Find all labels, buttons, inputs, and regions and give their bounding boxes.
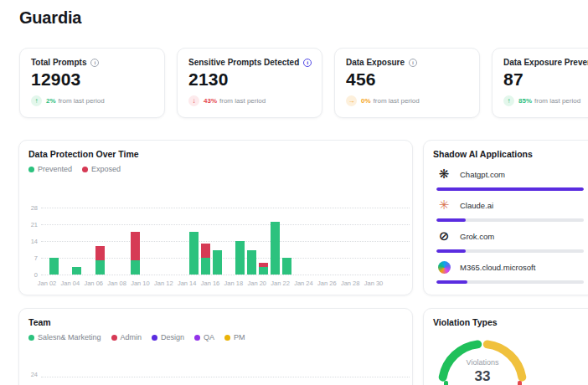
- gauge-label: Violations: [424, 358, 541, 367]
- violation-types-card: Violation Types Violations 33: [423, 308, 588, 385]
- change-caption: from last period: [534, 97, 580, 105]
- bar-segment-prevented: [247, 250, 256, 275]
- gridline: [41, 241, 410, 242]
- y-axis-tick: 28: [21, 204, 38, 212]
- bar-segment-prevented: [131, 260, 140, 275]
- trend-flat-icon: →: [346, 95, 357, 106]
- list-item-m365[interactable]: M365.cloud.microsoft: [436, 259, 584, 284]
- legend-item[interactable]: PM: [224, 333, 245, 341]
- legend-item[interactable]: Prevented: [28, 165, 72, 173]
- stat-card-value: 12903: [31, 69, 153, 90]
- gridline: [41, 275, 410, 275]
- app-label: M365.cloud.microsoft: [460, 263, 535, 272]
- stat-card-change: ↓ 43% from last period: [188, 95, 311, 106]
- legend-dot: [82, 167, 88, 172]
- claude-icon: ✳: [436, 198, 451, 213]
- stat-card-change: ↑ 2% from last period: [31, 95, 153, 106]
- stat-card-label: Sensitive Prompts Detected: [188, 58, 299, 67]
- openai-icon: ❋: [436, 167, 451, 182]
- panel-title: Shadow AI Applications: [433, 149, 533, 159]
- data-protection-chart-card: Data Protection Over Time PreventedExpos…: [18, 140, 413, 295]
- bar-segment-prevented: [271, 222, 280, 275]
- trend-up-icon: ↑: [31, 95, 42, 106]
- change-percent: 2%: [46, 97, 56, 105]
- legend-label: Design: [161, 333, 184, 341]
- bar-segment-prevented: [201, 258, 210, 275]
- gauge-tick-fragment-right: [518, 381, 522, 385]
- legend-dot: [111, 335, 117, 341]
- progress-bar: [436, 187, 584, 191]
- legend-item[interactable]: Salesn& Marketing: [28, 333, 101, 341]
- bar-segment-prevented: [72, 267, 81, 275]
- gauge-tick-fragment-left: [444, 381, 448, 385]
- legend-label: Admin: [121, 333, 142, 341]
- y-axis-tick: 14: [21, 238, 38, 245]
- legend-dot: [152, 335, 157, 341]
- bar-segment-prevented: [49, 258, 59, 275]
- stat-card-label: Data Exposure Prevented: [503, 58, 588, 67]
- progress-fill: [436, 218, 466, 222]
- bar-segment-prevented: [189, 232, 199, 275]
- change-percent: 0%: [361, 97, 371, 105]
- legend-label: Prevented: [38, 165, 72, 173]
- change-caption: from last period: [59, 97, 105, 105]
- trend-up-icon: ↑: [503, 95, 514, 106]
- app-label: Claude.ai: [460, 201, 493, 210]
- list-item-claude[interactable]: ✳ Claude.ai: [436, 197, 584, 222]
- grok-icon: ⊘: [436, 228, 451, 244]
- legend-label: QA: [204, 333, 214, 341]
- gridline: [41, 377, 410, 377]
- change-caption: from last period: [219, 97, 266, 105]
- legend-dot: [28, 167, 34, 172]
- legend-label: Salesn& Marketing: [38, 333, 101, 341]
- m365-copilot-icon: [436, 259, 451, 275]
- legend-label: Exposed: [91, 165, 121, 173]
- bar-segment-prevented: [95, 260, 105, 275]
- progress-fill: [436, 280, 467, 284]
- progress-bar: [436, 249, 584, 253]
- stat-card-data-exposure-prevented: Data Exposure Prevented i 87 ↑ 85% from …: [492, 48, 588, 118]
- bar-segment-prevented: [213, 250, 222, 275]
- bar-segment-exposed: [201, 244, 210, 258]
- stat-card-total-prompts: Total Prompts i 12903 ↑ 2% from last per…: [19, 48, 165, 118]
- legend-item[interactable]: Admin: [111, 333, 142, 341]
- bar-segment-prevented: [235, 241, 245, 275]
- bar-segment-exposed: [95, 246, 105, 260]
- stat-card-label: Data Exposure: [346, 58, 405, 67]
- trend-down-icon: ↓: [188, 95, 199, 106]
- info-icon[interactable]: i: [303, 59, 312, 67]
- y-axis-tick: 21: [21, 221, 38, 228]
- y-axis-tick: 24: [23, 371, 38, 378]
- legend-label: PM: [234, 333, 245, 341]
- chart-title: Data Protection Over Time: [28, 149, 139, 159]
- stacked-bar-plot: [41, 208, 410, 275]
- gauge-value: 33: [424, 368, 541, 385]
- progress-bar: [436, 280, 584, 284]
- progress-fill: [436, 249, 466, 253]
- legend-dot: [194, 335, 200, 341]
- gridline: [41, 208, 410, 208]
- info-icon[interactable]: i: [409, 59, 417, 67]
- list-item-grok[interactable]: ⊘ Grok.com: [436, 228, 584, 253]
- stat-card-value: 2130: [188, 69, 311, 90]
- stat-card-sensitive-prompts: Sensitive Prompts Detected i 2130 ↓ 43% …: [177, 48, 322, 118]
- chart-title: Team: [28, 317, 51, 327]
- app-label: Grok.com: [460, 232, 494, 241]
- y-axis-tick: 0: [21, 271, 38, 279]
- stat-card-label: Total Prompts: [31, 58, 86, 67]
- list-item-chatgpt[interactable]: ❋ Chatgpt.com: [436, 166, 584, 191]
- dashboard-page: Guardia Total Prompts i 12903 ↑ 2% from …: [0, 0, 588, 385]
- legend-item[interactable]: QA: [194, 333, 214, 341]
- team-chart-card: Team Salesn& MarketingAdminDesignQAPM 24: [18, 308, 413, 385]
- x-axis-tick: Jan 30: [359, 280, 388, 287]
- legend-dot: [28, 335, 34, 341]
- change-caption: from last period: [374, 97, 420, 105]
- legend-item[interactable]: Design: [152, 333, 184, 341]
- app-label: Chatgpt.com: [460, 170, 505, 179]
- info-icon[interactable]: i: [90, 59, 99, 67]
- bar-segment-prevented: [282, 258, 291, 275]
- stat-card-value: 456: [346, 69, 468, 90]
- stat-card-value: 87: [503, 69, 588, 90]
- legend-item[interactable]: Exposed: [82, 165, 121, 173]
- chart-legend: Salesn& MarketingAdminDesignQAPM: [28, 333, 245, 341]
